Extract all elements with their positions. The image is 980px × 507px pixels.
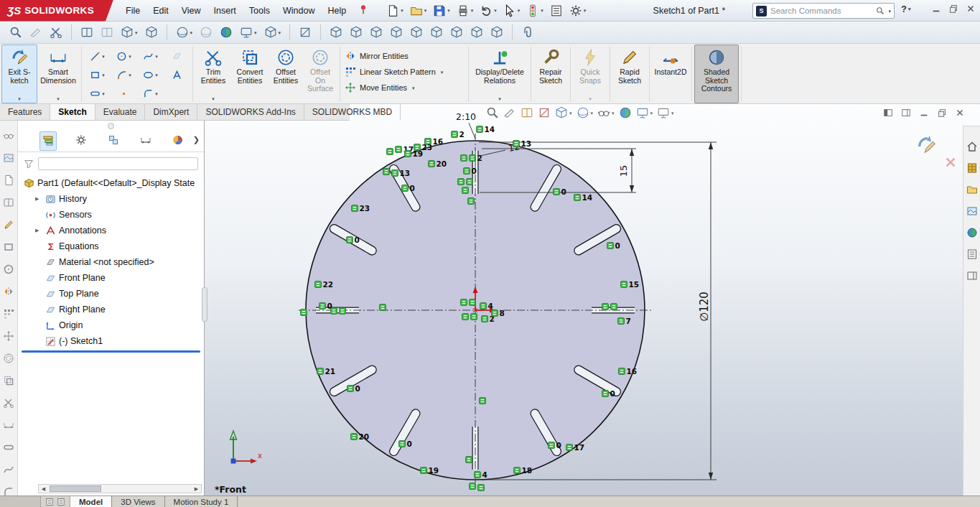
attach-icon[interactable] xyxy=(519,24,536,40)
bottom-splitter[interactable] xyxy=(0,496,41,507)
tree-item-sketch1[interactable]: (-) Sketch1 xyxy=(18,333,204,349)
spline-tool-icon[interactable]: ▾ xyxy=(137,47,164,65)
search-icon[interactable] xyxy=(876,6,885,15)
forum-icon[interactable] xyxy=(966,270,978,284)
view-settings-icon[interactable]: ▾ xyxy=(657,106,674,119)
menu-insert[interactable]: Insert xyxy=(207,3,243,19)
circle-tool-icon[interactable] xyxy=(3,264,14,278)
trim-tool-icon[interactable] xyxy=(47,24,65,40)
relation-badge[interactable]: 23 xyxy=(352,204,370,213)
scroll-right-icon[interactable]: ▶ xyxy=(192,485,201,493)
apply-scene-icon[interactable]: ▾ xyxy=(636,106,653,119)
expander-icon[interactable]: ▶ xyxy=(35,196,42,202)
relation-badge[interactable] xyxy=(602,304,609,310)
view-settings-icon[interactable]: ▾ xyxy=(262,24,284,40)
shaded-sketch-contours-button[interactable]: Shaded Sketch Contours xyxy=(694,45,739,103)
help-button[interactable]: ?▾ xyxy=(901,4,910,14)
view-orientation-icon[interactable]: ▾ xyxy=(555,106,572,119)
display-delete-relations-button[interactable]: Display/Delete Relations▾ xyxy=(471,45,528,103)
relation-badge[interactable]: 18 xyxy=(514,466,533,475)
relation-badge[interactable] xyxy=(480,398,486,404)
close-icon[interactable] xyxy=(966,4,976,14)
rollback-bar[interactable] xyxy=(22,350,200,353)
relation-badge[interactable]: 20 xyxy=(429,159,447,168)
isometric-view-icon[interactable] xyxy=(448,24,465,40)
restore-document-icon[interactable] xyxy=(937,108,947,121)
configuration-manager-tab-icon[interactable] xyxy=(106,132,121,150)
relation-badge[interactable] xyxy=(380,304,386,311)
split-pane-icon[interactable] xyxy=(883,108,893,121)
menu-view[interactable]: View xyxy=(175,3,207,19)
sketch-pencil-icon[interactable] xyxy=(3,219,14,233)
relation-badge[interactable] xyxy=(462,314,469,320)
menu-file[interactable]: File xyxy=(119,3,146,19)
scroll-left-icon[interactable]: ◀ xyxy=(39,485,48,493)
relation-badge[interactable] xyxy=(470,299,476,306)
relation-badge[interactable] xyxy=(461,155,467,162)
trim-tool-icon[interactable] xyxy=(3,397,14,411)
relation-badge[interactable] xyxy=(471,314,477,320)
width-dimension-2-10[interactable]: 2:10 xyxy=(456,111,476,122)
linear-sketch-pattern-button[interactable]: Linear Sketch Pattern▾ xyxy=(342,65,466,79)
relation-badge[interactable]: 20 xyxy=(351,432,370,441)
relation-badge[interactable]: 19 xyxy=(405,149,424,158)
offset-on-surface-button[interactable]: Offset On Surface xyxy=(303,45,337,103)
save-icon[interactable]: ▾ xyxy=(431,3,452,19)
bottom-tab-model[interactable]: Model xyxy=(70,496,112,507)
options-gear-icon[interactable]: ▾ xyxy=(567,3,589,19)
minimize-document-icon[interactable] xyxy=(919,108,929,121)
design-library-icon[interactable] xyxy=(966,162,978,177)
tree-item-origin[interactable]: Origin xyxy=(18,317,204,333)
relation-badge[interactable]: 19 xyxy=(421,466,439,475)
ellipse-tool-icon[interactable]: ▾ xyxy=(137,65,164,84)
relation-badge[interactable] xyxy=(461,299,467,306)
new-note-icon[interactable] xyxy=(3,175,14,189)
previous-view-icon[interactable] xyxy=(78,24,95,40)
dimetric-view-icon[interactable] xyxy=(468,24,485,40)
edit-appearance-icon[interactable] xyxy=(218,24,235,40)
sketch-fillet-tool-icon[interactable]: ▾ xyxy=(137,84,164,103)
display-manager-tab-icon[interactable] xyxy=(170,132,186,150)
instant2d-button[interactable]: Instant2D xyxy=(652,45,689,103)
offset-tool-icon[interactable] xyxy=(3,353,14,367)
design-binder-icon[interactable] xyxy=(3,197,14,211)
move-entities-button[interactable]: Move Entities▾ xyxy=(342,80,466,95)
tree-item-equations[interactable]: Equations xyxy=(18,238,204,254)
zoom-to-fit-icon[interactable] xyxy=(486,106,499,119)
pin-menu-icon[interactable] xyxy=(358,4,368,17)
relation-badge[interactable] xyxy=(383,169,390,175)
relation-badge[interactable]: 17 xyxy=(566,443,585,452)
bottom-view-icon[interactable] xyxy=(428,24,445,40)
dimxpert-manager-tab-icon[interactable] xyxy=(138,132,154,150)
relation-badge[interactable]: 21 xyxy=(317,367,336,376)
apply-scene-icon[interactable]: ▾ xyxy=(238,24,259,40)
rebuild-icon[interactable]: ▾ xyxy=(524,3,546,19)
view-palette-icon[interactable] xyxy=(966,205,978,220)
offset-entities-button[interactable]: Offset Entities xyxy=(269,45,303,103)
display-style-icon[interactable]: ▾ xyxy=(174,24,195,40)
tree-item-history[interactable]: ▶History xyxy=(18,191,204,207)
rapid-sketch-button[interactable]: Rapid Sketch xyxy=(612,45,647,103)
undo-icon[interactable]: ▾ xyxy=(477,3,499,19)
zoom-to-fit-icon[interactable] xyxy=(7,24,24,40)
relation-badge[interactable] xyxy=(468,198,475,205)
relation-badge[interactable] xyxy=(387,149,393,155)
repair-sketch-button[interactable]: Repair Sketch xyxy=(533,45,568,103)
search-dropdown-icon[interactable]: ▾ xyxy=(888,9,891,14)
bottom-tab-3d-views[interactable]: 3D Views xyxy=(112,496,164,507)
tree-item-part1[interactable]: Part1 (Default<<Default>_Display State xyxy=(18,175,204,191)
section-view-icon[interactable] xyxy=(538,106,551,119)
relation-badge[interactable] xyxy=(458,179,465,185)
straight-slot-tool-icon[interactable]: ▾ xyxy=(84,84,111,103)
trim-entities-button[interactable]: Trim Entities▾ xyxy=(195,45,231,103)
slot-length-dimension[interactable]: 15 xyxy=(618,165,629,177)
scroll-thumb[interactable] xyxy=(50,485,101,492)
mirror-tool-icon[interactable] xyxy=(3,286,14,300)
relation-badge[interactable] xyxy=(478,485,485,491)
tree-filter-input[interactable] xyxy=(38,157,198,170)
bottom-tab-motion-study-1[interactable]: Motion Study 1 xyxy=(165,496,238,507)
section-view-icon[interactable] xyxy=(297,24,314,40)
expander-icon[interactable]: ▶ xyxy=(35,228,42,233)
relation-badge[interactable]: 16 xyxy=(619,367,638,376)
exit-sketch-button[interactable]: Exit S­ketch▾ xyxy=(1,45,37,103)
